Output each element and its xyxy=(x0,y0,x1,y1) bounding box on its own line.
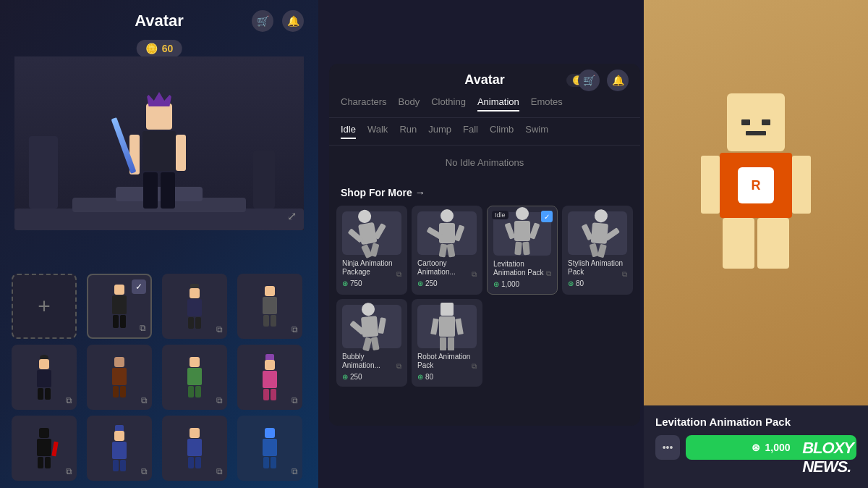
stone-col-left xyxy=(29,136,58,209)
center-tab-body[interactable]: Body xyxy=(399,96,420,112)
shop-item-stylish[interactable]: Stylish Animation Pack ⊛ 80 ⧉ xyxy=(562,206,633,295)
item-copy-cartoony: ⧉ xyxy=(472,270,477,279)
idle-badge: Idle xyxy=(492,211,509,219)
char-10-figure xyxy=(187,428,202,468)
anim-tab-idle[interactable]: Idle xyxy=(341,124,356,139)
roblox-eye-right xyxy=(762,119,770,125)
shop-grid: Ninja Animation Package ⊛ 750 ⧉ xyxy=(329,206,640,392)
levitation-figure xyxy=(507,207,537,255)
shop-item-robot[interactable]: Robot Animation Pack ⊛ 80 ⧉ xyxy=(412,299,482,387)
shop-item-bubbly[interactable]: Bubbly Animation... ⊛ 250 ⧉ xyxy=(336,299,407,387)
coin-count: 60 xyxy=(162,43,174,54)
roblox-legs xyxy=(723,218,789,269)
char-head xyxy=(146,104,172,130)
char-cell-2[interactable]: ⧉ xyxy=(162,274,227,339)
price-ninja: 750 xyxy=(350,279,362,287)
roblox-face xyxy=(741,109,770,135)
center-cart-icon[interactable]: 🛒 xyxy=(578,70,600,91)
coin-badge: 🪙 60 xyxy=(137,40,182,57)
char-leg-left xyxy=(143,172,158,209)
copy-icon-6: ⧉ xyxy=(216,395,223,405)
robot-figure xyxy=(432,303,462,350)
char-5-figure xyxy=(112,357,127,397)
roblox-body: R xyxy=(720,153,792,218)
shop-item-cartoony[interactable]: Cartoony Animation... ⊛ 250 ⧉ xyxy=(412,206,482,295)
center-tab-emotes[interactable]: Emotes xyxy=(531,96,563,112)
shop-item-name-stylish: Stylish Animation Pack xyxy=(568,259,627,277)
anim-tab-run[interactable]: Run xyxy=(399,124,417,139)
shop-item-price-stylish: ⊛ 80 xyxy=(568,279,627,287)
copy-icon-1: ⧉ xyxy=(140,323,146,333)
char-cell-5[interactable]: ⧉ xyxy=(87,345,152,410)
item-copy-bubbly: ⧉ xyxy=(396,362,401,371)
anim-tab-walk[interactable]: Walk xyxy=(367,124,388,139)
center-nav: Characters Body Clothing Animation Emote… xyxy=(329,96,640,118)
item-detail-name: Levitation Animation Pack xyxy=(655,416,856,428)
char-7-figure xyxy=(263,354,277,400)
item-copy-robot: ⧉ xyxy=(472,362,477,371)
shop-header[interactable]: Shop For More → xyxy=(329,180,640,206)
price-bubbly: 250 xyxy=(350,373,362,381)
copy-icon-4: ⧉ xyxy=(66,395,72,405)
char-cell-1[interactable]: ✓ ⧉ xyxy=(87,274,152,339)
roblox-mouth xyxy=(746,131,766,135)
anim-tab-swim[interactable]: Swim xyxy=(525,124,548,139)
char-cell-8[interactable]: ⧉ xyxy=(12,416,77,481)
anim-tab-climb[interactable]: Climb xyxy=(490,124,514,139)
copy-icon-10: ⧉ xyxy=(216,466,223,476)
shop-item-levitation[interactable]: Idle ✓ Levitation Animation Pack ⊛ 1,000 xyxy=(487,206,558,295)
center-tab-clothing[interactable]: Clothing xyxy=(431,96,466,112)
add-icon: + xyxy=(38,294,51,319)
shop-item-img-stylish xyxy=(568,211,627,255)
stone-col-right xyxy=(253,151,275,209)
char-cell-11[interactable]: ⧉ xyxy=(237,416,302,481)
shop-item-img-cartoony xyxy=(417,211,477,255)
price-cartoony: 250 xyxy=(425,279,438,287)
robux-icon-levitation: ⊛ xyxy=(493,280,499,288)
char-cell-9[interactable]: ⧉ xyxy=(87,416,152,481)
char-cell-3[interactable]: ⧉ xyxy=(237,274,302,339)
shop-item-name-levitation: Levitation Animation Pack xyxy=(493,260,551,277)
center-tab-characters[interactable]: Characters xyxy=(341,96,387,112)
anim-tab-jump[interactable]: Jump xyxy=(428,124,451,139)
item-copy-stylish: ⧉ xyxy=(622,270,627,279)
center-panel: Avatar 🪙 0 🛒 🔔 Characters Body Clothing … xyxy=(329,64,640,426)
roblox-leg-left xyxy=(723,218,754,269)
dots-button[interactable]: ••• xyxy=(655,435,680,460)
shop-item-price-robot: ⊛ 80 xyxy=(417,373,477,381)
cart-icon[interactable]: 🛒 xyxy=(252,10,273,32)
center-header-icons: 🛒 🔔 xyxy=(578,70,629,91)
center-tab-animation[interactable]: Animation xyxy=(477,96,519,112)
char-hair xyxy=(146,92,172,106)
copy-icon-8: ⧉ xyxy=(66,466,72,476)
copy-icon-2: ⧉ xyxy=(216,324,223,335)
shop-item-img-robot xyxy=(417,305,477,348)
char-body xyxy=(142,131,176,171)
char-cell-10[interactable]: ⧉ xyxy=(162,416,227,481)
left-title: Avatar xyxy=(135,12,184,30)
char-cell-7[interactable]: ⧉ xyxy=(237,345,302,410)
shop-item-img-ninja xyxy=(342,211,401,255)
left-header: Avatar 🛒 🔔 xyxy=(0,0,318,42)
bell-icon[interactable]: 🔔 xyxy=(282,10,304,32)
roblox-character: R xyxy=(701,93,811,269)
bubbly-figure xyxy=(352,301,387,351)
char-cell-4[interactable]: ⧉ xyxy=(12,345,77,410)
header-icons: 🛒 🔔 xyxy=(252,10,304,32)
copy-icon-9: ⧉ xyxy=(141,466,148,476)
char-2-figure xyxy=(187,284,202,329)
char-cell-6[interactable]: ⧉ xyxy=(162,345,227,410)
add-character-cell[interactable]: + xyxy=(12,274,77,339)
price-stylish: 80 xyxy=(576,279,584,287)
expand-icon[interactable]: ⤢ xyxy=(287,209,297,223)
shop-item-ninja[interactable]: Ninja Animation Package ⊛ 750 ⧉ xyxy=(336,206,407,295)
center-bell-icon[interactable]: 🔔 xyxy=(607,70,629,91)
char-9-figure xyxy=(112,425,127,471)
robux-buy-icon: ⊛ xyxy=(752,442,760,453)
selected-check: ✓ xyxy=(132,279,146,294)
char-arm-right xyxy=(176,135,186,171)
copy-icon-3: ⧉ xyxy=(292,324,298,335)
price-levitation: 1,000 xyxy=(501,280,519,288)
anim-tab-fall[interactable]: Fall xyxy=(463,124,478,139)
shop-item-name-ninja: Ninja Animation Package xyxy=(342,259,401,277)
